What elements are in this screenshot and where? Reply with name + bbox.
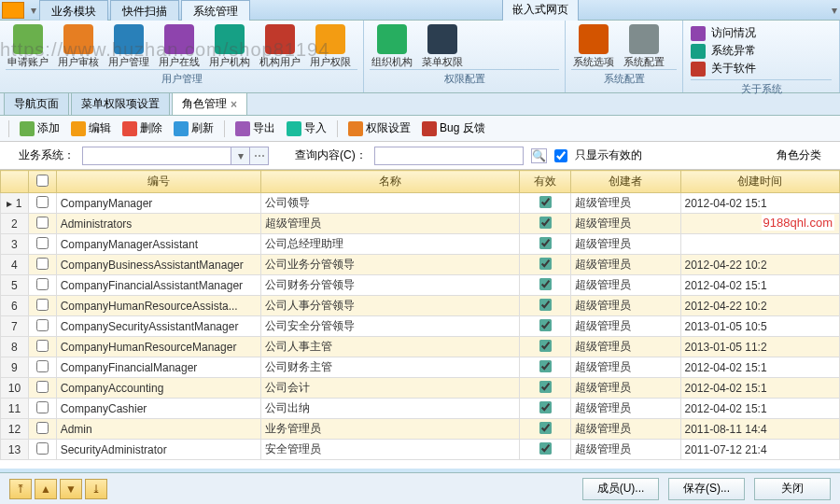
table-row[interactable]: 11CompanyCashier公司出纳超级管理员2012-04-02 15:1 xyxy=(1,399,840,419)
table-row[interactable]: 7CompanySecurityAssistantManager公司安全分管领导… xyxy=(1,316,840,337)
row-checkbox[interactable] xyxy=(36,422,49,434)
doc-tab-0[interactable]: 导航页面 xyxy=(4,92,69,115)
ribbon-icon xyxy=(215,24,245,54)
biz-system-combo[interactable] xyxy=(82,147,231,165)
row-number: 7 xyxy=(1,316,29,337)
valid-checkbox[interactable] xyxy=(539,237,552,249)
ribbon-item[interactable]: 用户权限 xyxy=(308,22,353,67)
table-row[interactable]: 8CompanyHumanResourceManager公司人事主管超级管理员2… xyxy=(1,337,840,357)
nav-down-button[interactable]: ▼ xyxy=(60,479,82,499)
ribbon-item[interactable]: 用户机构 xyxy=(207,22,252,67)
row-checkbox[interactable] xyxy=(36,278,49,290)
table-row[interactable]: 5CompanyFinancialAssistantManager公司财务分管领… xyxy=(1,275,840,296)
valid-checkbox[interactable] xyxy=(539,422,552,434)
search-button[interactable]: 🔍 xyxy=(531,148,547,163)
row-checkbox[interactable] xyxy=(36,258,49,270)
select-all-checkbox[interactable] xyxy=(36,175,49,187)
toolbar-Bug 反馈[interactable]: Bug 反馈 xyxy=(418,119,489,138)
valid-checkbox[interactable] xyxy=(539,217,552,229)
toolbar-权限设置[interactable]: 权限设置 xyxy=(344,119,414,138)
ribbon-item[interactable]: 组织机构 xyxy=(370,22,414,67)
watermark-site: 9188qhl.com xyxy=(762,215,834,231)
cell-name: 安全管理员 xyxy=(261,440,520,460)
toolbar-添加[interactable]: 添加 xyxy=(16,119,63,138)
ribbon-item[interactable]: 菜单权限 xyxy=(420,22,465,67)
toolbar-编辑[interactable]: 编辑 xyxy=(67,119,115,138)
toolbar-删除[interactable]: 删除 xyxy=(119,119,166,138)
doc-tab-2[interactable]: 角色管理× xyxy=(172,92,247,115)
toolbar-导出[interactable]: 导出 xyxy=(231,119,279,138)
ribbon-item[interactable]: 机构用户 xyxy=(258,22,302,67)
row-checkbox[interactable] xyxy=(36,442,49,455)
row-checkbox[interactable] xyxy=(36,196,49,208)
ribbon-icon xyxy=(265,24,295,54)
save-button[interactable]: 保存(S)... xyxy=(668,478,745,500)
ribbon-item[interactable]: 用户管理 xyxy=(106,22,151,67)
valid-checkbox[interactable] xyxy=(539,360,552,372)
nav-up-button[interactable]: ▲ xyxy=(35,479,57,499)
ribbon-side-item[interactable]: 关于软件 xyxy=(691,60,832,77)
ribbon-item[interactable]: 申请账户 xyxy=(6,22,50,67)
top-tab-2[interactable]: 系统管理 xyxy=(181,0,250,21)
top-tab-0[interactable]: 业务模块 xyxy=(39,0,108,21)
doc-tab-1[interactable]: 菜单权限项设置 xyxy=(71,92,170,115)
valid-checkbox[interactable] xyxy=(539,258,552,270)
column-header[interactable]: 名称 xyxy=(261,171,520,193)
close-icon[interactable]: × xyxy=(231,98,237,111)
valid-checkbox[interactable] xyxy=(539,340,552,352)
valid-checkbox[interactable] xyxy=(539,401,552,413)
valid-checkbox[interactable] xyxy=(539,442,552,455)
row-checkbox[interactable] xyxy=(36,237,49,249)
toolbar-刷新[interactable]: 刷新 xyxy=(170,119,217,138)
members-button[interactable]: 成员(U)... xyxy=(582,478,659,500)
table-row[interactable]: 6CompanyHumanResourceAssista...公司人事分管领导超… xyxy=(1,296,840,316)
row-checkbox[interactable] xyxy=(36,360,49,372)
column-header[interactable]: 创建时间 xyxy=(680,171,839,193)
column-header[interactable] xyxy=(28,171,56,193)
nav-last-button[interactable]: ⤓ xyxy=(85,479,107,499)
table-row[interactable]: 13SecurityAdministrator安全管理员超级管理员2011-07… xyxy=(1,440,840,460)
biz-system-more[interactable]: ⋯ xyxy=(250,147,269,165)
column-header[interactable]: 创建者 xyxy=(571,171,680,193)
ribbon-item[interactable]: 用户审核 xyxy=(56,22,101,67)
table-row[interactable]: 9CompanyFinancialManager公司财务主管超级管理员2012-… xyxy=(1,357,840,378)
ribbon-item[interactable]: 系统选项 xyxy=(571,22,616,67)
only-valid-checkbox[interactable] xyxy=(554,149,567,162)
app-icon[interactable] xyxy=(2,2,24,19)
column-header[interactable]: 编号 xyxy=(56,171,260,193)
table-row[interactable]: 4CompanyBusinessAssistantManager公司业务分管领导… xyxy=(1,255,840,275)
valid-checkbox[interactable] xyxy=(539,278,552,290)
app-menu-dropdown[interactable]: ▾ xyxy=(28,4,39,17)
column-header[interactable]: 有效 xyxy=(519,171,570,193)
close-button[interactable]: 关闭 xyxy=(754,478,831,500)
row-checkbox[interactable] xyxy=(36,217,49,229)
table-row[interactable]: 12Admin业务管理员超级管理员2011-08-11 14:4 xyxy=(1,419,840,440)
row-checkbox[interactable] xyxy=(36,401,49,413)
ribbon-side-item[interactable]: 访问情况 xyxy=(691,24,832,42)
nav-first-button[interactable]: ⤒ xyxy=(9,479,32,499)
row-checkbox[interactable] xyxy=(36,340,49,352)
embedded-web-tab[interactable]: 嵌入式网页 xyxy=(502,0,579,21)
valid-checkbox[interactable] xyxy=(539,381,552,393)
valid-checkbox[interactable] xyxy=(539,299,552,311)
table-row[interactable]: ▸ 1CompanyManager公司领导超级管理员2012-04-02 15:… xyxy=(1,193,840,214)
ribbon-item[interactable]: 系统配置 xyxy=(622,22,666,67)
toolbar-导入[interactable]: 导入 xyxy=(283,119,330,138)
row-checkbox[interactable] xyxy=(36,381,49,393)
valid-checkbox[interactable] xyxy=(539,196,552,208)
table-row[interactable]: 3CompanyManagerAssistant公司总经理助理超级管理员 xyxy=(1,234,840,255)
valid-checkbox[interactable] xyxy=(539,319,552,331)
column-header[interactable] xyxy=(1,171,29,193)
ribbon-side-item[interactable]: 系统异常 xyxy=(691,42,832,60)
ribbon-item[interactable]: 用户在线 xyxy=(157,22,202,67)
top-tab-1[interactable]: 快件扫描 xyxy=(110,0,179,21)
row-number: 9 xyxy=(1,357,29,378)
query-input[interactable] xyxy=(374,147,524,165)
row-checkbox[interactable] xyxy=(36,319,49,331)
biz-system-dropdown[interactable]: ▾ xyxy=(231,147,250,165)
table-row[interactable]: 2Administrators超级管理员超级管理员 xyxy=(1,214,840,234)
row-checkbox[interactable] xyxy=(36,299,49,311)
table-row[interactable]: 10CompanyAccounting公司会计超级管理员2012-04-02 1… xyxy=(1,378,840,399)
window-menu-dropdown[interactable]: ▾ xyxy=(829,4,840,17)
cell-name: 公司领导 xyxy=(261,193,520,214)
